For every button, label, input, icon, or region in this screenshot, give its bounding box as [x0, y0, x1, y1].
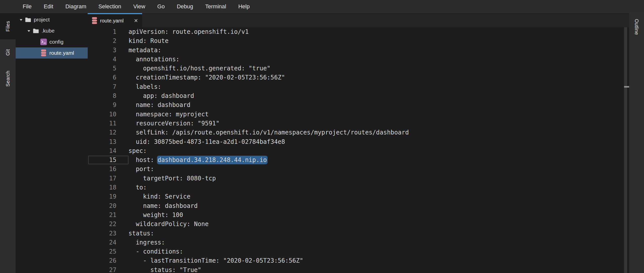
line-number[interactable]: 13 — [88, 137, 116, 146]
editor-line-27[interactable]: 27 status: "True" — [88, 265, 629, 273]
line-number[interactable]: 16 — [88, 165, 116, 174]
code-text[interactable]: name: dashboard — [116, 100, 190, 110]
line-number[interactable]: 20 — [88, 201, 116, 210]
line-number[interactable]: 8 — [88, 91, 116, 100]
tree-item-route-yaml[interactable]: route.yaml — [16, 47, 88, 59]
editor-line-21[interactable]: 21 weight: 100 — [88, 210, 629, 220]
editor-line-13[interactable]: 13 uid: 30875bed-4873-11ea-a2d1-02784baf… — [88, 137, 629, 146]
code-text[interactable]: - conditions: — [116, 247, 183, 256]
editor-line-8[interactable]: 8 app: dashboard — [88, 91, 629, 100]
editor-line-23[interactable]: 23status: — [88, 229, 629, 238]
line-number[interactable]: 9 — [88, 100, 116, 110]
editor-line-14[interactable]: 14spec: — [88, 146, 629, 155]
code-text[interactable]: namespace: myproject — [116, 110, 209, 119]
line-number[interactable]: 7 — [88, 82, 116, 91]
editor-line-10[interactable]: 10 namespace: myproject — [88, 110, 629, 119]
line-number[interactable]: 19 — [88, 192, 116, 201]
menu-help[interactable]: Help — [232, 3, 256, 10]
code-text[interactable]: kind: Route — [116, 36, 169, 45]
line-number[interactable]: 3 — [88, 46, 116, 55]
code-text[interactable]: weight: 100 — [116, 210, 183, 220]
code-text[interactable]: - lastTransitionTime: "2020-02-05T23:56:… — [116, 256, 303, 265]
editor-scrollbar[interactable] — [624, 27, 627, 273]
code-text[interactable]: to: — [116, 183, 147, 192]
tree-item--kube[interactable]: .kube — [16, 25, 88, 36]
code-text[interactable]: status: — [116, 229, 154, 238]
line-number[interactable]: 1 — [88, 27, 116, 36]
editor-line-26[interactable]: 26 - lastTransitionTime: "2020-02-05T23:… — [88, 256, 629, 265]
code-text[interactable]: app: dashboard — [116, 91, 194, 100]
code-text[interactable]: annotations: — [116, 55, 179, 64]
sidebar-tab-files[interactable]: Files — [0, 13, 16, 39]
line-number[interactable]: 4 — [88, 55, 116, 64]
code-text[interactable]: creationTimestamp: "2020-02-05T23:56:56Z… — [116, 73, 285, 82]
line-number[interactable]: 15 — [88, 155, 116, 165]
code-text[interactable]: host: dashboard.34.218.248.44.nip.io — [116, 155, 267, 165]
editor-line-1[interactable]: 1apiVersion: route.openshift.io/v1 — [88, 27, 629, 36]
line-number[interactable]: 14 — [88, 146, 116, 155]
line-number[interactable]: 2 — [88, 36, 116, 45]
line-number[interactable]: 5 — [88, 64, 116, 73]
editor-line-16[interactable]: 16 port: — [88, 165, 629, 174]
menu-edit[interactable]: Edit — [38, 3, 59, 10]
code-text[interactable]: resourceVersion: "9591" — [116, 119, 219, 128]
editor-line-18[interactable]: 18 to: — [88, 183, 629, 192]
editor-line-7[interactable]: 7 labels: — [88, 82, 629, 91]
line-number[interactable]: 24 — [88, 238, 116, 247]
code-text[interactable]: targetPort: 8080-tcp — [116, 174, 216, 183]
line-number[interactable]: 23 — [88, 229, 116, 238]
editor-line-25[interactable]: 25 - conditions: — [88, 247, 629, 256]
sidebar-tab-outline[interactable]: Outline — [634, 19, 639, 35]
editor-line-11[interactable]: 11 resourceVersion: "9591" — [88, 119, 629, 128]
sidebar-tab-search[interactable]: Search — [0, 66, 16, 92]
editor-line-22[interactable]: 22 wildcardPolicy: None — [88, 220, 629, 229]
code-text[interactable]: ingress: — [116, 238, 165, 247]
editor-line-3[interactable]: 3metadata: — [88, 46, 629, 55]
editor-line-5[interactable]: 5 openshift.io/host.generated: "true" — [88, 64, 629, 73]
code-text[interactable]: openshift.io/host.generated: "true" — [116, 64, 271, 73]
menu-selection[interactable]: Selection — [92, 3, 127, 10]
line-number[interactable]: 12 — [88, 128, 116, 137]
code-text[interactable]: name: dashboard — [116, 201, 198, 210]
code-text[interactable]: spec: — [116, 146, 147, 155]
editor-line-4[interactable]: 4 annotations: — [88, 55, 629, 64]
code-text[interactable]: kind: Service — [116, 192, 190, 201]
code-text[interactable]: apiVersion: route.openshift.io/v1 — [116, 27, 249, 36]
tab-route-yaml[interactable]: route.yaml ✕ — [88, 13, 142, 27]
editor-line-19[interactable]: 19 kind: Service — [88, 192, 629, 201]
line-number[interactable]: 25 — [88, 247, 116, 256]
menu-diagram[interactable]: Diagram — [59, 3, 92, 10]
menu-go[interactable]: Go — [151, 3, 171, 10]
line-number[interactable]: 18 — [88, 183, 116, 192]
line-number[interactable]: 27 — [88, 265, 116, 273]
menu-view[interactable]: View — [127, 3, 151, 10]
editor-line-17[interactable]: 17 targetPort: 8080-tcp — [88, 174, 629, 183]
editor-line-15[interactable]: 15 host: dashboard.34.218.248.44.nip.io — [88, 155, 629, 165]
editor-line-6[interactable]: 6 creationTimestamp: "2020-02-05T23:56:5… — [88, 73, 629, 82]
editor-line-9[interactable]: 9 name: dashboard — [88, 100, 629, 110]
menu-file[interactable]: File — [17, 3, 38, 10]
code-text[interactable]: metadata: — [116, 46, 161, 55]
tree-item-project[interactable]: project — [16, 14, 88, 25]
editor-line-2[interactable]: 2kind: Route — [88, 36, 629, 45]
line-number[interactable]: 21 — [88, 210, 116, 220]
code-text[interactable]: selfLink: /apis/route.openshift.io/v1/na… — [116, 128, 409, 137]
code-text[interactable]: status: "True" — [116, 265, 201, 273]
editor-line-20[interactable]: 20 name: dashboard — [88, 201, 629, 210]
line-number[interactable]: 11 — [88, 119, 116, 128]
menu-terminal[interactable]: Terminal — [199, 3, 232, 10]
editor-line-12[interactable]: 12 selfLink: /apis/route.openshift.io/v1… — [88, 128, 629, 137]
line-number[interactable]: 17 — [88, 174, 116, 183]
code-text[interactable]: port: — [116, 165, 154, 174]
line-number[interactable]: 22 — [88, 220, 116, 229]
close-icon[interactable]: ✕ — [134, 18, 138, 24]
line-number[interactable]: 10 — [88, 110, 116, 119]
code-text[interactable]: uid: 30875bed-4873-11ea-a2d1-02784baf34e… — [116, 137, 285, 146]
sidebar-tab-git[interactable]: Git — [0, 39, 16, 66]
line-number[interactable]: 26 — [88, 256, 116, 265]
menu-debug[interactable]: Debug — [171, 3, 199, 10]
code-text[interactable]: labels: — [116, 82, 161, 91]
line-number[interactable]: 6 — [88, 73, 116, 82]
code-text[interactable]: wildcardPolicy: None — [116, 220, 209, 229]
tree-item-config[interactable]: config — [16, 36, 88, 47]
